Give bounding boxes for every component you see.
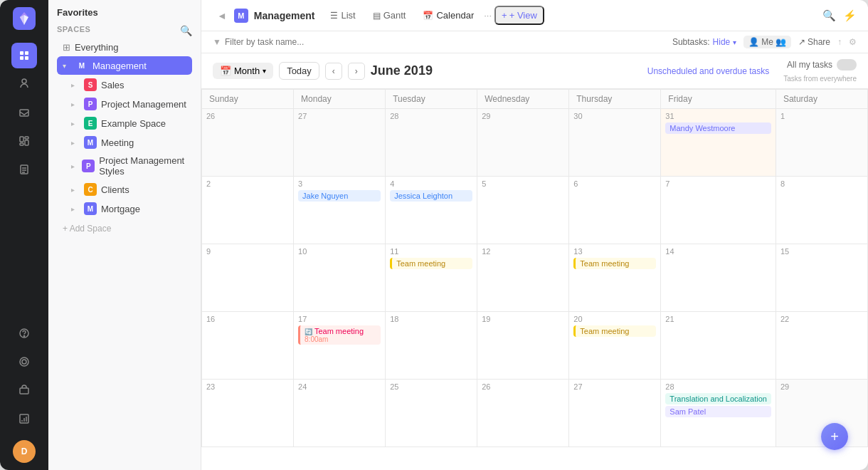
event-mandy-westmoore[interactable]: Mandy Westmoore — [665, 122, 771, 134]
month-label: Month — [234, 66, 260, 76]
main-content: ◄ M Management ☰ List ▤ Gantt 📅 Calendar — [201, 0, 868, 470]
sidebar-nav-inbox[interactable] — [11, 100, 37, 125]
sidebar-item-mortgage[interactable]: ▸ M Mortgage — [57, 199, 192, 218]
cal-cell-13[interactable]: 13 Team meeting — [569, 244, 661, 312]
search-icon[interactable]: 🔍 — [180, 25, 192, 36]
space-icon-meeting: M — [84, 136, 97, 149]
today-button[interactable]: Today — [279, 62, 319, 80]
event-team-meeting-20[interactable]: Team meeting — [573, 325, 656, 337]
sidebar-item-meeting[interactable]: ▸ M Meeting — [57, 133, 192, 152]
cal-cell-9[interactable]: 9 — [202, 244, 294, 312]
cal-cell-5[interactable]: 5 — [477, 177, 569, 244]
cal-cell-7[interactable]: 7 — [661, 177, 776, 244]
sidebar-nav-notifications[interactable] — [11, 71, 37, 97]
cal-cell-16[interactable]: 16 — [202, 312, 294, 380]
sidebar-nav-tools[interactable] — [11, 377, 37, 403]
sidebar-nav-dashboards[interactable] — [11, 128, 37, 154]
cal-cell-3[interactable]: 3 Jake Nguyen — [294, 177, 386, 244]
event-team-meeting-13[interactable]: Team meeting — [573, 258, 656, 269]
sidebar-nav-reports[interactable] — [11, 406, 37, 432]
svg-rect-13 — [25, 137, 28, 139]
cal-cell-14[interactable]: 14 — [661, 244, 776, 312]
filter-button[interactable]: ▼ — [213, 37, 332, 47]
cal-cell-29-may[interactable]: 29 — [477, 109, 569, 177]
expand-icon: ▸ — [71, 100, 80, 108]
flash-icon[interactable]: ⚡ — [843, 9, 857, 22]
cal-cell-15[interactable]: 15 — [776, 244, 868, 312]
event-jessica-leighton[interactable]: Jessica Leighton — [390, 190, 472, 202]
sidebar-item-management[interactable]: ▾ M Management — [57, 56, 192, 75]
cal-cell-30-may[interactable]: 30 — [569, 109, 661, 177]
tab-calendar[interactable]: 📅 Calendar — [416, 7, 481, 24]
add-space-button[interactable]: + Add Space — [57, 221, 192, 236]
upload-icon[interactable]: ↑ — [837, 37, 842, 47]
sidebar-nav-home[interactable] — [11, 43, 37, 68]
settings-icon[interactable]: ⚙ — [849, 37, 857, 47]
chevron-down-icon[interactable]: ▾ — [733, 38, 736, 46]
share-label: Share — [808, 37, 830, 47]
cal-cell-22[interactable]: 22 — [776, 312, 868, 380]
sidebar-nav-help[interactable] — [11, 320, 37, 346]
add-view-button[interactable]: + + View — [494, 6, 544, 25]
search-icon[interactable]: 🔍 — [822, 9, 836, 22]
cal-cell-4[interactable]: 4 Jessica Leighton — [386, 177, 477, 244]
sidebar-item-everything[interactable]: ⊞ Everything — [57, 39, 192, 56]
more-tabs-icon[interactable]: ··· — [484, 10, 492, 21]
cal-cell-6[interactable]: 6 — [569, 177, 661, 244]
sidebar-item-sales[interactable]: ▸ S Sales — [57, 75, 192, 94]
cal-cell-10[interactable]: 10 — [294, 244, 386, 312]
sidebar-item-pms[interactable]: ▸ P Project Management Styles — [57, 152, 192, 179]
header-saturday: Saturday — [776, 90, 868, 109]
cal-cell-2[interactable]: 2 — [202, 177, 294, 244]
calendar-icon: 📅 — [423, 11, 433, 21]
cal-cell-19[interactable]: 19 — [477, 312, 569, 380]
sidebar-nav-goals[interactable] — [11, 349, 37, 375]
cal-cell-28[interactable]: 28 Translation and Localization Sam Pate… — [661, 380, 776, 447]
cal-cell-31-may[interactable]: 31 Mandy Westmoore — [661, 109, 776, 177]
cal-cell-12[interactable]: 12 — [477, 244, 569, 312]
event-team-meeting-17[interactable]: 🔄 Team meeting 8:00am — [298, 325, 381, 345]
event-team-meeting-11[interactable]: Team meeting — [390, 258, 472, 269]
cal-cell-8[interactable]: 8 — [776, 177, 868, 244]
space-icon-example: E — [84, 117, 97, 130]
cal-cell-1[interactable]: 1 — [776, 109, 868, 177]
sidebar-item-project-management[interactable]: ▸ P Project Management — [57, 95, 192, 113]
cal-cell-20[interactable]: 20 Team meeting — [569, 312, 661, 380]
filter-input[interactable] — [225, 37, 332, 47]
sidebar-nav-docs[interactable] — [11, 157, 37, 182]
month-selector[interactable]: 📅 Month ▾ — [213, 63, 273, 79]
event-sam-patel[interactable]: Sam Patel — [665, 406, 771, 417]
app-logo[interactable] — [13, 7, 36, 33]
everything-label: Everything — [75, 42, 118, 53]
tab-list[interactable]: ☰ List — [323, 7, 362, 24]
cal-cell-25[interactable]: 25 — [386, 380, 477, 447]
collapse-icon[interactable]: ◄ — [213, 9, 231, 23]
hide-button[interactable]: Hide — [713, 37, 731, 47]
event-translation-localization[interactable]: Translation and Localization — [665, 393, 771, 404]
cal-cell-28-may[interactable]: 28 — [386, 109, 477, 177]
cal-cell-26-may[interactable]: 26 — [202, 109, 294, 177]
sidebar-item-clients[interactable]: ▸ C Clients — [57, 180, 192, 199]
tab-gantt[interactable]: ▤ Gantt — [366, 7, 413, 24]
sidebar-item-example-space[interactable]: ▸ E Example Space — [57, 114, 192, 132]
cal-cell-24[interactable]: 24 — [294, 380, 386, 447]
me-filter-button[interactable]: 👤 Me 👥 — [743, 36, 791, 48]
cal-cell-27[interactable]: 27 — [569, 380, 661, 447]
next-month-button[interactable]: › — [348, 63, 365, 80]
favorites-title: Favorites — [57, 7, 98, 18]
prev-month-button[interactable]: ‹ — [325, 63, 342, 80]
event-jake-nguyen[interactable]: Jake Nguyen — [298, 190, 381, 202]
fab-button[interactable]: + — [821, 423, 848, 450]
cal-cell-17[interactable]: 17 🔄 Team meeting 8:00am — [294, 312, 386, 380]
add-icon: + — [502, 10, 507, 21]
cal-cell-23[interactable]: 23 — [202, 380, 294, 447]
my-tasks-toggle-switch[interactable] — [837, 59, 857, 70]
user-avatar[interactable]: D — [13, 440, 36, 463]
cal-cell-21[interactable]: 21 — [661, 312, 776, 380]
unscheduled-link[interactable]: Unscheduled and overdue tasks — [647, 66, 769, 76]
share-button[interactable]: ↗ Share — [798, 37, 830, 47]
cal-cell-18[interactable]: 18 — [386, 312, 477, 380]
cal-cell-26[interactable]: 26 — [477, 380, 569, 447]
cal-cell-11[interactable]: 11 Team meeting — [386, 244, 477, 312]
cal-cell-27-may[interactable]: 27 — [294, 109, 386, 177]
